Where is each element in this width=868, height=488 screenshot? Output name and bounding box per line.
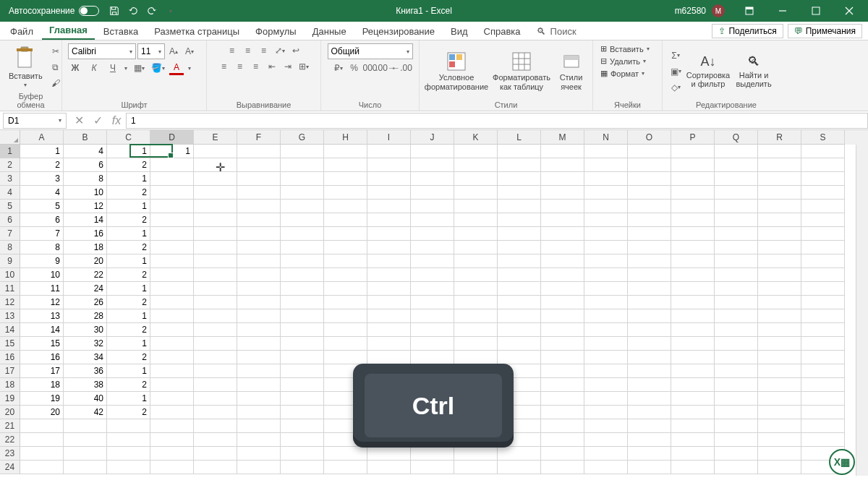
cell[interactable] <box>281 351 324 364</box>
cell[interactable] <box>107 419 150 433</box>
cell[interactable] <box>194 309 237 323</box>
cell[interactable] <box>237 337 281 351</box>
clear-button[interactable]: ◇▾ <box>668 80 683 95</box>
comments-button[interactable]: 💬︎Примечания <box>788 24 862 38</box>
cell[interactable] <box>715 172 758 186</box>
cell[interactable] <box>628 364 671 378</box>
cell[interactable] <box>671 351 715 364</box>
cell[interactable] <box>671 200 715 213</box>
row-header-1[interactable]: 1 <box>0 145 20 158</box>
col-header-D[interactable]: D <box>150 130 194 145</box>
cell[interactable] <box>671 447 715 461</box>
tab-layout[interactable]: Разметка страницы <box>147 23 247 40</box>
cell[interactable] <box>411 447 454 461</box>
col-header-G[interactable]: G <box>281 130 324 145</box>
cell[interactable]: 38 <box>64 378 107 392</box>
cell[interactable] <box>758 378 801 392</box>
cell[interactable] <box>454 309 498 323</box>
autosum-button[interactable]: Σ▾ <box>668 48 683 63</box>
autosave-toggle[interactable]: Автосохранение <box>3 6 105 16</box>
cell[interactable] <box>628 406 671 419</box>
cell[interactable] <box>281 158 324 172</box>
cell[interactable] <box>584 213 628 227</box>
cell[interactable] <box>237 364 281 378</box>
delete-cells[interactable]: ⊟Удалить▾ <box>599 56 656 67</box>
align-center[interactable]: ≡ <box>233 59 247 74</box>
cell[interactable] <box>411 241 454 254</box>
col-header-A[interactable]: A <box>20 130 64 145</box>
cell[interactable]: 32 <box>64 337 107 351</box>
row-header-5[interactable]: 5 <box>0 200 20 213</box>
cell[interactable] <box>715 145 758 158</box>
merge-button[interactable]: ⊞▾ <box>297 59 311 74</box>
cell[interactable] <box>715 461 758 474</box>
cell[interactable] <box>758 447 801 461</box>
cell[interactable] <box>237 296 281 309</box>
cell[interactable]: 20 <box>64 254 107 268</box>
cell[interactable] <box>584 172 628 186</box>
cell[interactable] <box>150 158 194 172</box>
cell[interactable] <box>671 419 715 433</box>
find-select[interactable]: 🔍︎Найти и выделить <box>733 53 774 90</box>
cell[interactable] <box>801 172 845 186</box>
cell[interactable] <box>454 282 498 296</box>
cell[interactable] <box>801 268 845 282</box>
cell[interactable] <box>628 351 671 364</box>
cell[interactable] <box>367 254 411 268</box>
cell[interactable] <box>367 447 411 461</box>
font-color-button[interactable]: A <box>169 61 184 75</box>
cell[interactable]: 2 <box>107 213 150 227</box>
cell[interactable] <box>801 419 845 433</box>
cell[interactable] <box>281 419 324 433</box>
cell[interactable] <box>411 145 454 158</box>
cell[interactable]: 1 <box>107 145 150 158</box>
cell[interactable] <box>150 419 194 433</box>
cell[interactable] <box>150 296 194 309</box>
cell[interactable] <box>715 447 758 461</box>
cell[interactable] <box>194 433 237 447</box>
cell[interactable] <box>801 241 845 254</box>
cell[interactable] <box>758 351 801 364</box>
cell[interactable] <box>584 337 628 351</box>
cell[interactable] <box>324 461 367 474</box>
ribbon-options-button[interactable] <box>733 0 765 22</box>
cell[interactable] <box>237 419 281 433</box>
cell[interactable] <box>541 186 584 200</box>
cell[interactable] <box>628 268 671 282</box>
italic-button[interactable]: К <box>87 61 101 75</box>
row-header-19[interactable]: 19 <box>0 392 20 406</box>
cell[interactable] <box>367 158 411 172</box>
cell[interactable] <box>541 364 584 378</box>
cell[interactable] <box>584 392 628 406</box>
cell[interactable] <box>194 447 237 461</box>
conditional-formatting[interactable]: Условное форматирование <box>425 50 488 92</box>
cell[interactable] <box>628 254 671 268</box>
excel-fab-icon[interactable]: X▦ <box>829 449 855 475</box>
row-header-24[interactable]: 24 <box>0 461 20 474</box>
cell[interactable] <box>411 461 454 474</box>
cell[interactable] <box>801 282 845 296</box>
cell[interactable] <box>150 309 194 323</box>
cell[interactable] <box>237 227 281 241</box>
cell[interactable] <box>64 447 107 461</box>
row-header-20[interactable]: 20 <box>0 406 20 419</box>
cell[interactable] <box>324 337 367 351</box>
enter-formula[interactable]: ✓ <box>88 113 107 129</box>
cell[interactable] <box>628 378 671 392</box>
cell[interactable] <box>671 433 715 447</box>
orientation[interactable]: ⤢▾ <box>273 43 287 58</box>
cell[interactable] <box>584 323 628 337</box>
cell[interactable] <box>498 268 541 282</box>
tab-home[interactable]: Главная <box>42 22 95 40</box>
cell[interactable] <box>237 241 281 254</box>
row-header-11[interactable]: 11 <box>0 282 20 296</box>
cell[interactable] <box>367 337 411 351</box>
dec-decimal[interactable]: ←.00 <box>395 61 409 75</box>
cell[interactable] <box>411 268 454 282</box>
underline-button[interactable]: Ч <box>106 61 120 75</box>
align-left[interactable]: ≡ <box>217 59 231 74</box>
cell[interactable] <box>628 296 671 309</box>
cell[interactable] <box>367 296 411 309</box>
cell[interactable] <box>715 268 758 282</box>
cell[interactable] <box>107 433 150 447</box>
